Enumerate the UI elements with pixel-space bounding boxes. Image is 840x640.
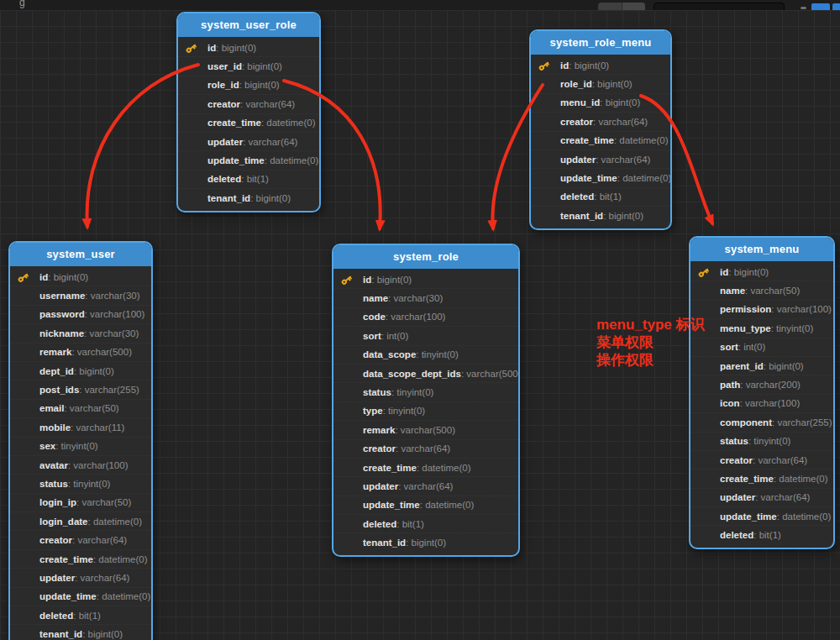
field-name: tenant_id	[39, 629, 82, 639]
field-type: varchar(64)	[75, 573, 129, 583]
field-row-system_user-create_time[interactable]: create_timedatetime(0)	[10, 550, 151, 569]
annotation-note[interactable]: menu_type 标识 菜单权限 操作权限	[596, 316, 704, 369]
field-row-system_role_menu-deleted[interactable]: deletedbit(1)	[531, 188, 670, 207]
field-row-system_role-tenant_id[interactable]: tenant_idbigint(0)	[333, 533, 518, 551]
field-row-system_menu-creator[interactable]: creatorvarchar(64)	[690, 451, 833, 470]
field-row-system_role-sort[interactable]: sortint(0)	[333, 327, 518, 345]
field-type: bigint(0)	[371, 275, 412, 285]
field-row-system_role-data_scope[interactable]: data_scopetinyint(0)	[333, 346, 518, 365]
field-row-system_menu-sort[interactable]: sortint(0)	[690, 338, 833, 357]
field-row-system_user-update_time[interactable]: update_timedatetime(0)	[10, 588, 151, 606]
table-system_role[interactable]: system_roleidbigint(0)namevarchar(30)cod…	[332, 244, 520, 557]
field-row-system_role_menu-role_id[interactable]: role_idbigint(0)	[531, 75, 670, 93]
field-row-system_user-dept_id[interactable]: dept_idbigint(0)	[10, 362, 151, 380]
field-row-system_user-id[interactable]: idbigint(0)	[10, 268, 151, 286]
field-row-system_menu-parent_id[interactable]: parent_idbigint(0)	[690, 357, 833, 375]
field-row-system_user-deleted[interactable]: deletedbit(1)	[10, 606, 151, 625]
topbar-search-field[interactable]	[654, 3, 785, 10]
table-system_menu[interactable]: system_menuidbigint(0)namevarchar(50)per…	[689, 236, 835, 549]
table-title-system_menu[interactable]: system_menu	[690, 238, 833, 261]
field-row-system_user-mobile[interactable]: mobilevarchar(11)	[10, 418, 151, 437]
field-type: tinyint(0)	[416, 349, 459, 359]
field-type: varchar(500)	[395, 425, 455, 435]
field-row-system_user_role-updater[interactable]: updatervarchar(64)	[178, 133, 319, 151]
field-name: tenant_id	[363, 538, 406, 548]
field-type: datetime(0)	[261, 118, 316, 128]
field-row-system_menu-updater[interactable]: updatervarchar(64)	[690, 489, 833, 507]
field-row-system_menu-deleted[interactable]: deletedbit(1)	[690, 526, 833, 543]
field-row-system_role-remark[interactable]: remarkvarchar(500)	[333, 421, 518, 439]
field-row-system_role_menu-creator[interactable]: creatorvarchar(64)	[531, 113, 670, 131]
field-row-system_role-type[interactable]: typetinyint(0)	[333, 402, 518, 421]
field-row-system_user-sex[interactable]: sextinyint(0)	[10, 438, 151, 456]
topbar-segment-control[interactable]	[598, 3, 645, 10]
field-row-system_menu-status[interactable]: statustinyint(0)	[690, 433, 833, 451]
field-row-system_role_menu-updater[interactable]: updatervarchar(64)	[531, 150, 670, 169]
field-row-system_user-creator[interactable]: creatorvarchar(64)	[10, 531, 151, 549]
field-row-system_menu-menu_type[interactable]: menu_typetinyint(0)	[690, 319, 833, 338]
table-title-system_user[interactable]: system_user	[10, 243, 151, 266]
field-row-system_role-updater[interactable]: updatervarchar(64)	[333, 477, 518, 496]
field-row-system_role-deleted[interactable]: deletedbit(1)	[333, 515, 518, 533]
field-row-system_user-login_date[interactable]: login_datedatetime(0)	[10, 512, 151, 531]
field-row-system_user-updater[interactable]: updatervarchar(64)	[10, 569, 151, 587]
field-name: role_id	[560, 79, 592, 89]
field-name: creator	[720, 455, 753, 465]
topbar: g	[0, 0, 840, 10]
field-row-system_role_menu-id[interactable]: idbigint(0)	[531, 56, 670, 75]
field-row-system_menu-component[interactable]: componentvarchar(255)	[690, 413, 833, 432]
field-row-system_user-nickname[interactable]: nicknamevarchar(30)	[10, 324, 151, 343]
field-row-system_user-post_ids[interactable]: post_idsvarchar(255)	[10, 380, 151, 399]
field-row-system_menu-id[interactable]: idbigint(0)	[690, 263, 833, 281]
field-row-system_role_menu-create_time[interactable]: create_timedatetime(0)	[531, 132, 670, 150]
field-row-system_user_role-deleted[interactable]: deletedbit(1)	[178, 170, 319, 189]
topbar-blue-button-1[interactable]	[811, 3, 830, 10]
topbar-blue-button-2[interactable]	[832, 3, 840, 10]
field-row-system_menu-name[interactable]: namevarchar(50)	[690, 281, 833, 300]
field-row-system_menu-create_time[interactable]: create_timedatetime(0)	[690, 470, 833, 488]
table-system_user_role[interactable]: system_user_roleidbigint(0)user_idbigint…	[176, 12, 321, 212]
field-row-system_user-tenant_id[interactable]: tenant_idbigint(0)	[10, 625, 151, 640]
field-row-system_role-create_time[interactable]: create_timedatetime(0)	[333, 459, 518, 477]
field-row-system_role-data_scope_dept_ids[interactable]: data_scope_dept_idsvarchar(500)	[333, 365, 518, 383]
field-row-system_user_role-creator[interactable]: creatorvarchar(64)	[178, 95, 319, 113]
field-row-system_role_menu-menu_id[interactable]: menu_idbigint(0)	[531, 94, 670, 113]
field-row-system_menu-icon[interactable]: iconvarchar(100)	[690, 395, 833, 413]
table-title-system_role_menu[interactable]: system_role_menu	[531, 31, 670, 55]
field-row-system_role-creator[interactable]: creatorvarchar(64)	[333, 440, 518, 459]
field-row-system_user-remark[interactable]: remarkvarchar(500)	[10, 344, 151, 362]
field-row-system_role_menu-update_time[interactable]: update_timedatetime(0)	[531, 169, 670, 187]
field-row-system_role-status[interactable]: statustinyint(0)	[333, 383, 518, 401]
field-row-system_user-avatar[interactable]: avatarvarchar(100)	[10, 456, 151, 475]
field-row-system_role-id[interactable]: idbigint(0)	[333, 270, 518, 289]
field-row-system_role_menu-tenant_id[interactable]: tenant_idbigint(0)	[531, 207, 670, 224]
field-row-system_user_role-update_time[interactable]: update_timedatetime(0)	[178, 151, 319, 170]
field-type: tinyint(0)	[55, 441, 98, 451]
field-row-system_role-code[interactable]: codevarchar(100)	[333, 308, 518, 327]
table-title-system_role[interactable]: system_role	[333, 245, 518, 269]
field-type: int(0)	[738, 342, 766, 352]
field-row-system_user-username[interactable]: usernamevarchar(30)	[10, 286, 151, 305]
field-row-system_menu-update_time[interactable]: update_timedatetime(0)	[690, 507, 833, 526]
field-row-system_menu-path[interactable]: pathvarchar(200)	[690, 375, 833, 394]
field-row-system_user-email[interactable]: emailvarchar(50)	[10, 400, 151, 418]
field-row-system_user-password[interactable]: passwordvarchar(100)	[10, 306, 151, 324]
field-row-system_role-update_time[interactable]: update_timedatetime(0)	[333, 496, 518, 515]
table-title-system_user_role[interactable]: system_user_role	[178, 13, 319, 37]
topbar-segment-left[interactable]	[598, 3, 622, 10]
field-type: varchar(64)	[72, 535, 127, 545]
topbar-segment-right[interactable]	[622, 3, 646, 10]
field-row-system_user_role-create_time[interactable]: create_timedatetime(0)	[178, 114, 319, 133]
field-row-system_role-name[interactable]: namevarchar(30)	[333, 289, 518, 307]
field-type: bit(1)	[594, 191, 622, 202]
field-row-system_menu-permission[interactable]: permissionvarchar(100)	[690, 301, 833, 319]
table-system_role_menu[interactable]: system_role_menuidbigint(0)role_idbigint…	[529, 29, 672, 230]
field-row-system_user-login_ip[interactable]: login_ipvarchar(50)	[10, 494, 151, 512]
field-name: nickname	[39, 328, 84, 338]
field-row-system_user_role-user_id[interactable]: user_idbigint(0)	[178, 57, 319, 76]
table-system_user[interactable]: system_useridbigint(0)usernamevarchar(30…	[8, 241, 153, 640]
field-name: password	[39, 309, 85, 319]
field-row-system_user-status[interactable]: statustinyint(0)	[10, 475, 151, 493]
field-row-system_user_role-tenant_id[interactable]: tenant_idbigint(0)	[178, 189, 319, 207]
field-row-system_user_role-id[interactable]: idbigint(0)	[178, 39, 319, 57]
